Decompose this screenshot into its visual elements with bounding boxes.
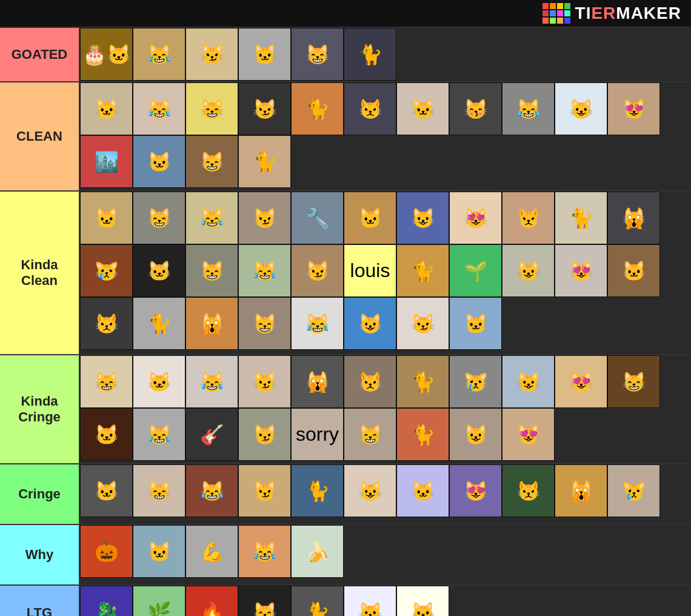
list-item[interactable]: 🐱: [133, 525, 185, 578]
list-item[interactable]: 😾: [344, 82, 396, 135]
list-item[interactable]: 🐱: [238, 28, 291, 81]
tier-items-goated: 🎂🐱 😹 😼 🐱 😸 🐈: [79, 28, 691, 81]
tier-row-clean: CLEAN 🐱 😹 😸 😼 🐈 😾 🐱 😽 😹 😺 😻 🏙️ 🐱 😸 🐈: [0, 82, 691, 192]
list-item[interactable]: 😼: [238, 192, 291, 244]
tier-row-why: Why 🎃 🐱 💪 😹 🍌: [0, 525, 691, 586]
list-item[interactable]: 🐱: [80, 408, 133, 461]
list-item[interactable]: 🐱: [80, 82, 133, 135]
list-item[interactable]: 😸: [238, 586, 291, 616]
list-item[interactable]: 😸: [344, 408, 396, 461]
list-item[interactable]: 😻: [607, 82, 660, 135]
list-item[interactable]: 🍌: [291, 525, 344, 578]
list-item[interactable]: 🐱: [396, 586, 449, 616]
list-item[interactable]: 😸: [185, 82, 238, 135]
list-item[interactable]: 😸: [185, 244, 238, 297]
list-item[interactable]: 💪: [185, 525, 238, 578]
list-item[interactable]: 🐈: [396, 408, 449, 461]
list-item[interactable]: 😼: [291, 244, 344, 297]
list-item[interactable]: 🔧: [291, 192, 344, 244]
list-item[interactable]: 🐱: [449, 297, 502, 350]
list-item[interactable]: 😹: [185, 192, 238, 244]
list-item[interactable]: 😹: [291, 297, 344, 350]
list-item[interactable]: 🐱: [80, 464, 133, 517]
list-item[interactable]: 🐱: [133, 135, 185, 188]
list-item[interactable]: 😺: [502, 244, 555, 297]
list-item[interactable]: 😼: [396, 297, 449, 350]
tiermaker-logo: TiERMAKER: [542, 3, 681, 24]
list-item[interactable]: 🐈: [555, 192, 607, 244]
list-item[interactable]: 😻: [449, 192, 502, 244]
list-item[interactable]: 🙀: [291, 355, 344, 408]
list-item[interactable]: 🐱: [396, 82, 449, 135]
list-item[interactable]: 😿: [449, 355, 502, 408]
list-item[interactable]: 😹: [238, 525, 291, 578]
list-item[interactable]: 😺: [555, 82, 607, 135]
list-item[interactable]: 😹: [185, 355, 238, 408]
list-item[interactable]: 😼: [185, 28, 238, 81]
list-item[interactable]: 😺: [344, 586, 396, 616]
list-item[interactable]: 😼: [238, 408, 291, 461]
list-item[interactable]: 🐈: [238, 135, 291, 188]
list-item[interactable]: 🐱: [80, 192, 133, 244]
list-item[interactable]: 😿: [607, 464, 660, 517]
list-item[interactable]: 😹: [502, 82, 555, 135]
list-item[interactable]: 🐱: [344, 192, 396, 244]
list-item[interactable]: 😻: [449, 464, 502, 517]
list-item[interactable]: 😺: [344, 464, 396, 517]
list-item[interactable]: 🙀: [555, 464, 607, 517]
list-item[interactable]: 😻: [555, 244, 607, 297]
list-item[interactable]: 😻: [502, 408, 555, 461]
list-item[interactable]: 😺: [396, 192, 449, 244]
list-item[interactable]: 🐈: [344, 28, 396, 81]
list-item[interactable]: 😹: [133, 408, 185, 461]
list-item[interactable]: 🐈: [396, 244, 449, 297]
list-item[interactable]: 🙀: [607, 192, 660, 244]
list-item[interactable]: 🐈: [396, 355, 449, 408]
list-item[interactable]: 🐉: [80, 586, 133, 616]
list-item[interactable]: 😻: [555, 355, 607, 408]
list-item[interactable]: 😺: [449, 408, 502, 461]
list-item[interactable]: 🎃: [80, 525, 133, 578]
list-item[interactable]: 🐱: [133, 355, 185, 408]
list-item[interactable]: 🌿: [133, 586, 185, 616]
list-item[interactable]: 😸: [133, 464, 185, 517]
list-item[interactable]: 🐱: [396, 464, 449, 517]
list-item[interactable]: 😼: [238, 82, 291, 135]
list-item[interactable]: 😸: [185, 135, 238, 188]
list-item[interactable]: 🐱: [607, 244, 660, 297]
list-item[interactable]: 😸: [133, 192, 185, 244]
list-item[interactable]: 😸: [80, 355, 133, 408]
list-item[interactable]: 😾: [502, 192, 555, 244]
list-item[interactable]: louis: [344, 244, 396, 297]
list-item[interactable]: 😸: [291, 28, 344, 81]
list-item[interactable]: 😹: [133, 28, 185, 81]
list-item[interactable]: 🙀: [185, 297, 238, 350]
list-item[interactable]: 😹: [185, 464, 238, 517]
list-item[interactable]: 😾: [502, 464, 555, 517]
list-item[interactable]: 😹: [133, 82, 185, 135]
tier-items-clean: 🐱 😹 😸 😼 🐈 😾 🐱 😽 😹 😺 😻 🏙️ 🐱 😸 🐈: [79, 82, 691, 190]
list-item[interactable]: 😸: [238, 297, 291, 350]
list-item[interactable]: 😾: [344, 355, 396, 408]
list-item[interactable]: 😼: [238, 464, 291, 517]
list-item[interactable]: 🐈: [291, 464, 344, 517]
tier-label-clean: CLEAN: [0, 82, 79, 190]
list-item[interactable]: 🔥: [185, 586, 238, 616]
list-item[interactable]: 😽: [449, 82, 502, 135]
list-item[interactable]: 😸: [607, 355, 660, 408]
list-item[interactable]: 🎸: [185, 408, 238, 461]
list-item[interactable]: 😺: [502, 355, 555, 408]
list-item[interactable]: 🐈: [133, 297, 185, 350]
list-item[interactable]: 🐱: [133, 244, 185, 297]
list-item[interactable]: 🐈: [291, 586, 344, 616]
list-item[interactable]: 🎂🐱: [80, 28, 133, 81]
list-item[interactable]: 😼: [238, 355, 291, 408]
list-item[interactable]: 🏙️: [80, 135, 133, 188]
list-item[interactable]: 🌱: [449, 244, 502, 297]
list-item[interactable]: 😿: [80, 244, 133, 297]
list-item[interactable]: sorry: [291, 408, 344, 461]
list-item[interactable]: 😺: [344, 297, 396, 350]
list-item[interactable]: 🐈: [291, 82, 344, 135]
list-item[interactable]: 😾: [80, 297, 133, 350]
list-item[interactable]: 😹: [238, 244, 291, 297]
